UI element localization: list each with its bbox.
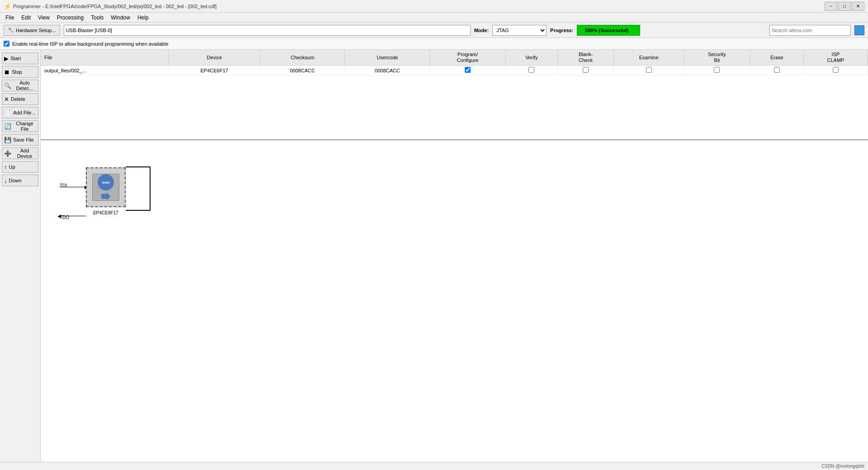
menu-item-edit[interactable]: Edit bbox=[18, 14, 34, 22]
main-layout: ▶ Start ⏹ Stop 🔍 Auto Detec... ✕ Delete … bbox=[0, 50, 868, 462]
menu-item-help[interactable]: Help bbox=[134, 14, 152, 22]
chip-arrow bbox=[101, 192, 110, 200]
chip-diagram: TDI ▶ intel bbox=[86, 167, 126, 207]
col-device: Device bbox=[169, 50, 260, 66]
menu-item-window[interactable]: Window bbox=[107, 14, 134, 22]
auto-detect-button[interactable]: 🔍 Auto Detec... bbox=[2, 80, 38, 91]
chip-box: intel bbox=[86, 167, 126, 207]
add-device-icon: ➕ bbox=[4, 150, 11, 157]
app-icon: ⚡ bbox=[4, 3, 11, 10]
col-isp-clamp: ISPCLAMP bbox=[803, 50, 868, 66]
col-usercode: Usercode bbox=[345, 50, 430, 66]
right-bracket bbox=[126, 166, 151, 211]
start-icon: ▶ bbox=[4, 55, 9, 62]
toolbar: 🔧 Hardware Setup... Mode: JTAG AS PS Pro… bbox=[0, 23, 868, 38]
down-button[interactable]: ↓ Down bbox=[2, 175, 38, 186]
cell-checksum: 0008CACC bbox=[260, 66, 345, 76]
close-button[interactable]: ✕ bbox=[852, 2, 864, 11]
title-text: Programmer - E:/intelFPGA/code/FPGA_Stud… bbox=[13, 4, 217, 9]
start-button[interactable]: ▶ Start bbox=[2, 52, 38, 64]
delete-icon: ✕ bbox=[4, 96, 9, 103]
change-file-button[interactable]: 🔄 Change File bbox=[2, 120, 38, 132]
cell-blank-check[interactable] bbox=[557, 66, 614, 76]
delete-button[interactable]: ✕ Delete bbox=[2, 93, 38, 105]
stop-button[interactable]: ⏹ Stop bbox=[2, 66, 38, 78]
add-file-button[interactable]: 📄 Add File... bbox=[2, 107, 38, 119]
window-controls: − □ ✕ bbox=[825, 2, 864, 11]
cell-erase[interactable] bbox=[750, 66, 803, 76]
hardware-setup-button[interactable]: 🔧 Hardware Setup... bbox=[4, 25, 60, 36]
maximize-button[interactable]: □ bbox=[838, 2, 851, 11]
cell-security[interactable] bbox=[684, 66, 750, 76]
add-device-button[interactable]: ➕ Add Device bbox=[2, 147, 38, 159]
menu-bar: File Edit View Processing Tools Window H… bbox=[0, 13, 868, 23]
hardware-icon: 🔧 bbox=[8, 27, 14, 33]
diagram-area: TDI ▶ intel bbox=[41, 140, 868, 462]
minimize-button[interactable]: − bbox=[825, 2, 837, 11]
isp-label[interactable]: Enable real-time ISP to allow background… bbox=[12, 41, 168, 47]
cell-examine[interactable] bbox=[614, 66, 684, 76]
menu-item-tools[interactable]: Tools bbox=[87, 14, 107, 22]
auto-detect-icon: 🔍 bbox=[4, 82, 11, 89]
menu-item-processing[interactable]: Processing bbox=[53, 14, 87, 22]
progress-bar: 100% (Successful) bbox=[577, 25, 640, 36]
mode-label: Mode: bbox=[474, 28, 489, 33]
menu-item-file[interactable]: File bbox=[2, 14, 18, 22]
title-bar: ⚡ Programmer - E:/intelFPGA/code/FPGA_St… bbox=[0, 0, 868, 13]
table-row: output_files/002_... EP4CE6F17 0008CACC … bbox=[41, 66, 868, 76]
cell-verify[interactable] bbox=[505, 66, 557, 76]
chip-inner: intel bbox=[92, 174, 119, 201]
isp-row: Enable real-time ISP to allow background… bbox=[0, 38, 868, 50]
device-table-area: File Device Checksum Usercode Program/Co… bbox=[41, 50, 868, 140]
search-input[interactable] bbox=[769, 25, 851, 36]
col-blank-check: Blank-Check bbox=[557, 50, 614, 66]
cell-isp-clamp[interactable] bbox=[803, 66, 868, 76]
col-security: SecurityBit bbox=[684, 50, 750, 66]
tdi-label: TDI bbox=[60, 183, 67, 188]
cell-usercode: 0008CACC bbox=[345, 66, 430, 76]
stop-icon: ⏹ bbox=[4, 69, 10, 76]
cell-device: EP4CE6F17 bbox=[169, 66, 260, 76]
col-erase: Erase bbox=[750, 50, 803, 66]
sidebar: ▶ Start ⏹ Stop 🔍 Auto Detec... ✕ Delete … bbox=[0, 50, 41, 462]
save-file-button[interactable]: 💾 Save File bbox=[2, 134, 38, 146]
menu-item-view[interactable]: View bbox=[34, 14, 53, 22]
content-area: File Device Checksum Usercode Program/Co… bbox=[41, 50, 868, 462]
up-icon: ↑ bbox=[4, 164, 7, 171]
cell-program[interactable] bbox=[430, 66, 505, 76]
down-icon: ↓ bbox=[4, 177, 7, 184]
intel-logo: intel bbox=[98, 174, 114, 190]
blaster-input[interactable] bbox=[64, 25, 471, 36]
search-globe-button[interactable]: 🌐 bbox=[854, 25, 864, 35]
tdo-line: ◀ bbox=[60, 216, 86, 216]
status-right: CSDN @molongqishi bbox=[821, 464, 864, 469]
progress-label: Progress: bbox=[550, 28, 573, 33]
change-file-icon: 🔄 bbox=[4, 123, 11, 130]
cell-file: output_files/002_... bbox=[41, 66, 169, 76]
col-program: Program/Configure bbox=[430, 50, 505, 66]
chip-label: EP4CE6F17 bbox=[93, 210, 118, 215]
status-bar: CSDN @molongqishi bbox=[0, 462, 868, 470]
col-verify: Verify bbox=[505, 50, 557, 66]
add-file-icon: 📄 bbox=[4, 109, 11, 116]
save-file-icon: 💾 bbox=[4, 137, 11, 143]
up-button[interactable]: ↑ Up bbox=[2, 161, 38, 173]
col-examine: Examine bbox=[614, 50, 684, 66]
col-checksum: Checksum bbox=[260, 50, 345, 66]
device-table: File Device Checksum Usercode Program/Co… bbox=[41, 50, 868, 76]
isp-checkbox[interactable] bbox=[4, 41, 9, 47]
tdi-line: ▶ bbox=[60, 187, 86, 187]
mode-select[interactable]: JTAG AS PS bbox=[492, 25, 547, 36]
col-file: File bbox=[41, 50, 169, 66]
